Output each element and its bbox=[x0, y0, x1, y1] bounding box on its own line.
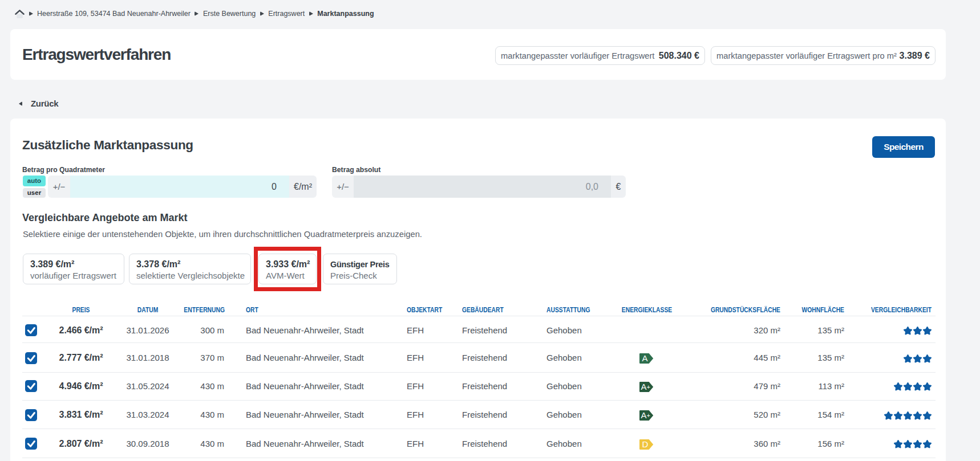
svg-text:A: A bbox=[642, 353, 647, 363]
svg-text:D: D bbox=[642, 439, 648, 449]
svg-text:A: A bbox=[641, 410, 647, 420]
svg-text:+: + bbox=[646, 412, 650, 419]
svg-text:+: + bbox=[646, 383, 650, 390]
svg-text:A: A bbox=[641, 382, 647, 391]
